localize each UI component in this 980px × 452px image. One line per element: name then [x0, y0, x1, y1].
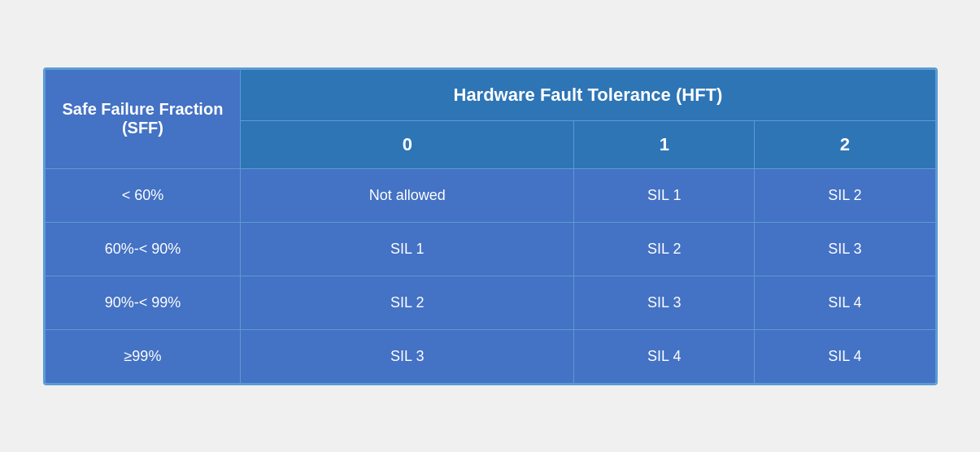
- sff-hft-table: Safe Failure Fraction (SFF) Hardware Fau…: [43, 67, 938, 385]
- cell-row3-hft0: SIL 3: [241, 329, 574, 383]
- cell-row0-hft1: SIL 1: [574, 168, 755, 222]
- sff-row-3: ≥99%: [45, 329, 241, 383]
- cell-row0-hft2: SIL 2: [755, 168, 935, 222]
- sff-row-2: 90%-< 99%: [45, 276, 241, 329]
- sff-row-0: < 60%: [45, 168, 241, 222]
- hft-column-header: Hardware Fault Tolerance (HFT): [241, 69, 935, 120]
- cell-row3-hft1: SIL 4: [574, 329, 755, 383]
- hft-1-header: 1: [574, 120, 755, 168]
- cell-row2-hft1: SIL 3: [574, 276, 755, 329]
- cell-row1-hft2: SIL 3: [755, 222, 935, 276]
- cell-row2-hft2: SIL 4: [755, 276, 935, 329]
- cell-row1-hft0: SIL 1: [241, 222, 574, 276]
- sff-row-1: 60%-< 90%: [45, 222, 241, 276]
- cell-row2-hft0: SIL 2: [241, 276, 574, 329]
- sff-column-header: Safe Failure Fraction (SFF): [45, 69, 241, 168]
- hft-2-header: 2: [755, 120, 935, 168]
- cell-row3-hft2: SIL 4: [755, 329, 935, 383]
- cell-row0-hft0: Not allowed: [241, 168, 574, 222]
- cell-row1-hft1: SIL 2: [574, 222, 755, 276]
- hft-0-header: 0: [241, 120, 574, 168]
